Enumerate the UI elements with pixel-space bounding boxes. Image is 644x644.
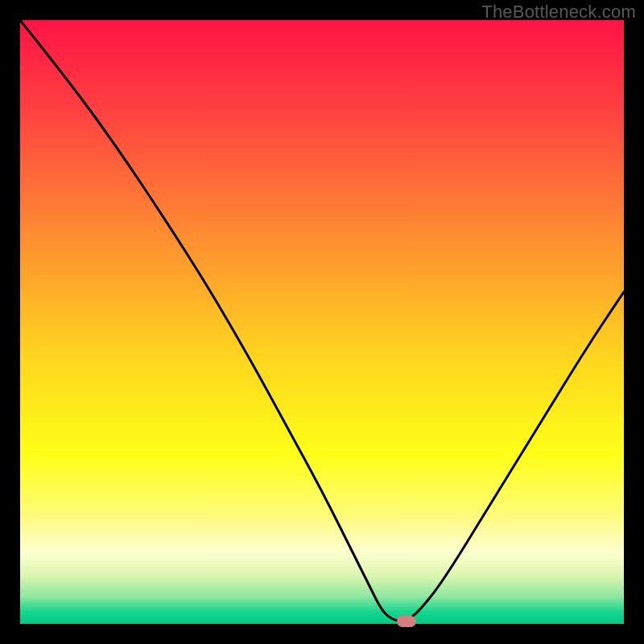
plot-area (20, 20, 624, 624)
chart-svg (20, 20, 624, 624)
chart-frame: TheBottleneck.com (0, 0, 644, 644)
optimal-marker (397, 616, 416, 627)
gradient-background (20, 20, 624, 624)
